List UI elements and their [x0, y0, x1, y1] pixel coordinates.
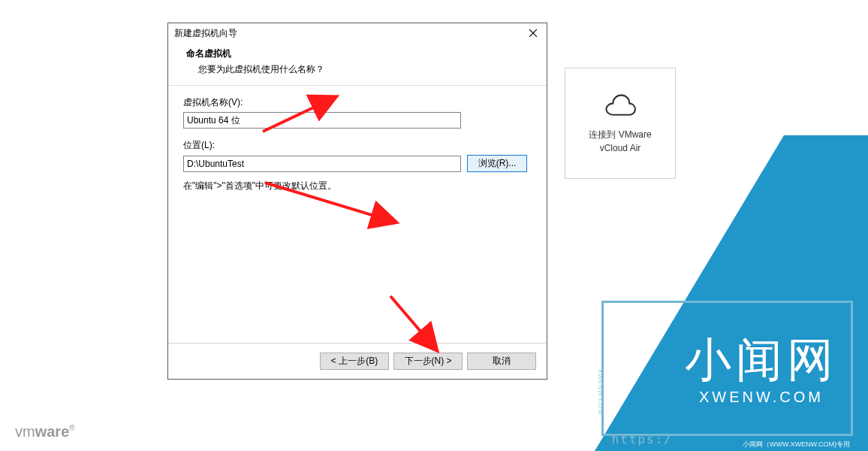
cloud-icon: [604, 92, 637, 119]
close-icon[interactable]: [524, 26, 542, 41]
titlebar[interactable]: 新建虚拟机向导: [168, 23, 547, 43]
back-button[interactable]: < 上一步(B): [320, 353, 389, 370]
cancel-button[interactable]: 取消: [467, 353, 536, 370]
vmware-logo: vmware®: [15, 423, 75, 440]
location-label: 位置(L):: [183, 139, 532, 152]
next-button[interactable]: 下一步(N) >: [393, 353, 463, 370]
hint-text: 在"编辑">"首选项"中可更改默认位置。: [183, 180, 532, 192]
dialog-title: 新建虚拟机向导: [174, 27, 237, 40]
dialog-subheading: 您要为此虚拟机使用什么名称？: [198, 63, 535, 76]
dialog-heading: 命名虚拟机: [186, 47, 535, 60]
vcloud-card[interactable]: 连接到 VMware vCloud Air: [565, 68, 676, 179]
vm-name-label: 虚拟机名称(V):: [183, 96, 532, 109]
form-area: 虚拟机名称(V): 位置(L): 浏览(R)... 在"编辑">"首选项"中可更…: [168, 96, 547, 343]
browse-button[interactable]: 浏览(R)...: [467, 155, 527, 172]
location-input[interactable]: [183, 156, 461, 172]
watermark-text: 小闻网 XWENW.COM: [685, 328, 838, 406]
dialog-button-bar: < 上一步(B) 下一步(N) > 取消: [168, 343, 547, 379]
vm-name-input[interactable]: [183, 112, 461, 129]
separator: [168, 85, 547, 86]
dialog-header: 命名虚拟机 您要为此虚拟机使用什么名称？: [168, 43, 547, 85]
new-vm-wizard-dialog: 新建虚拟机向导 命名虚拟机 您要为此虚拟机使用什么名称？ 虚拟机名称(V): 位…: [167, 23, 547, 380]
watermark-footnote: 小闻网（WWW.XWENW.COM)专用: [743, 440, 850, 449]
vcloud-label: 连接到 VMware vCloud Air: [589, 128, 651, 155]
